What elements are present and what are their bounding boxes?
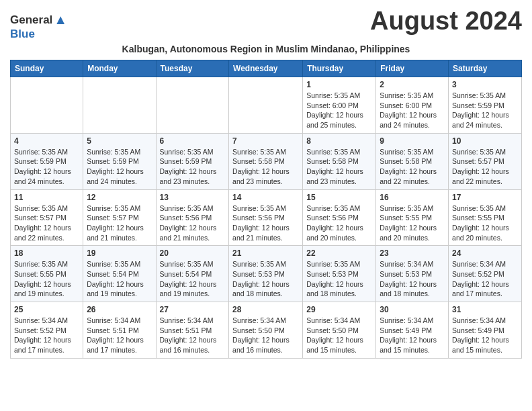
day-number: 26 [87, 305, 152, 314]
day-cell [83, 77, 156, 134]
day-number: 18 [14, 248, 79, 258]
day-cell: 7Sunrise: 5:35 AMSunset: 5:58 PMDaylight… [229, 133, 303, 189]
day-cell: 2Sunrise: 5:35 AMSunset: 6:00 PMDaylight… [376, 77, 449, 134]
day-cell [229, 77, 303, 134]
day-info: Sunrise: 5:35 AMSunset: 5:54 PMDaylight:… [160, 259, 226, 299]
day-info: Sunrise: 5:35 AMSunset: 5:55 PMDaylight:… [380, 203, 445, 243]
day-cell: 13Sunrise: 5:35 AMSunset: 5:56 PMDayligh… [156, 189, 229, 246]
day-info: Sunrise: 5:35 AMSunset: 6:00 PMDaylight:… [306, 91, 372, 130]
day-number: 28 [232, 305, 299, 314]
day-number: 23 [380, 248, 445, 258]
day-cell: 24Sunrise: 5:34 AMSunset: 5:52 PMDayligh… [449, 246, 522, 302]
day-number: 21 [232, 248, 299, 258]
day-number: 6 [160, 136, 226, 146]
week-row-3: 11Sunrise: 5:35 AMSunset: 5:57 PMDayligh… [11, 189, 522, 246]
day-info: Sunrise: 5:35 AMSunset: 5:59 PMDaylight:… [160, 147, 226, 187]
day-cell: 4Sunrise: 5:35 AMSunset: 5:59 PMDaylight… [11, 133, 83, 189]
month-title: August 2024 [370, 7, 522, 36]
day-cell: 23Sunrise: 5:34 AMSunset: 5:53 PMDayligh… [376, 246, 449, 302]
header-day-friday: Friday [376, 60, 449, 77]
day-info: Sunrise: 5:35 AMSunset: 5:56 PMDaylight:… [160, 203, 226, 243]
day-cell: 20Sunrise: 5:35 AMSunset: 5:54 PMDayligh… [156, 246, 229, 302]
day-cell: 11Sunrise: 5:35 AMSunset: 5:57 PMDayligh… [11, 189, 83, 246]
day-info: Sunrise: 5:35 AMSunset: 6:00 PMDaylight:… [380, 91, 445, 130]
day-cell: 29Sunrise: 5:34 AMSunset: 5:50 PMDayligh… [303, 302, 376, 359]
day-info: Sunrise: 5:34 AMSunset: 5:49 PMDaylight:… [452, 316, 518, 355]
day-info: Sunrise: 5:34 AMSunset: 5:51 PMDaylight:… [160, 316, 226, 355]
day-cell: 30Sunrise: 5:34 AMSunset: 5:49 PMDayligh… [376, 302, 449, 359]
day-info: Sunrise: 5:35 AMSunset: 5:59 PMDaylight:… [87, 147, 152, 187]
day-cell [156, 77, 229, 134]
day-cell: 14Sunrise: 5:35 AMSunset: 5:56 PMDayligh… [229, 189, 303, 246]
day-info: Sunrise: 5:35 AMSunset: 5:58 PMDaylight:… [306, 147, 372, 187]
week-row-1: 1Sunrise: 5:35 AMSunset: 6:00 PMDaylight… [11, 77, 522, 134]
day-number: 3 [452, 80, 518, 89]
day-number: 13 [160, 193, 226, 202]
day-cell: 6Sunrise: 5:35 AMSunset: 5:59 PMDaylight… [156, 133, 229, 189]
day-cell: 31Sunrise: 5:34 AMSunset: 5:49 PMDayligh… [449, 302, 522, 359]
header-day-tuesday: Tuesday [156, 60, 229, 77]
day-cell: 1Sunrise: 5:35 AMSunset: 6:00 PMDaylight… [303, 77, 376, 134]
day-number: 11 [14, 193, 79, 202]
day-number: 16 [380, 193, 445, 202]
day-info: Sunrise: 5:35 AMSunset: 5:57 PMDaylight:… [87, 203, 152, 243]
day-cell: 12Sunrise: 5:35 AMSunset: 5:57 PMDayligh… [83, 189, 156, 246]
day-number: 14 [232, 193, 299, 202]
day-number: 24 [452, 248, 518, 258]
day-number: 8 [306, 136, 372, 146]
day-cell: 10Sunrise: 5:35 AMSunset: 5:57 PMDayligh… [449, 133, 522, 189]
day-number: 19 [87, 248, 152, 258]
day-number: 9 [380, 136, 445, 146]
day-cell: 18Sunrise: 5:35 AMSunset: 5:55 PMDayligh… [11, 246, 83, 302]
day-cell: 9Sunrise: 5:35 AMSunset: 5:58 PMDaylight… [376, 133, 449, 189]
day-cell: 17Sunrise: 5:35 AMSunset: 5:55 PMDayligh… [449, 189, 522, 246]
day-cell: 5Sunrise: 5:35 AMSunset: 5:59 PMDaylight… [83, 133, 156, 189]
day-info: Sunrise: 5:35 AMSunset: 5:56 PMDaylight:… [306, 203, 372, 243]
day-info: Sunrise: 5:35 AMSunset: 5:57 PMDaylight:… [452, 147, 518, 187]
day-number: 1 [306, 80, 372, 89]
day-info: Sunrise: 5:34 AMSunset: 5:49 PMDaylight:… [380, 316, 445, 355]
calendar-table: SundayMondayTuesdayWednesdayThursdayFrid… [10, 60, 522, 359]
week-row-5: 25Sunrise: 5:34 AMSunset: 5:52 PMDayligh… [11, 302, 522, 359]
day-cell: 27Sunrise: 5:34 AMSunset: 5:51 PMDayligh… [156, 302, 229, 359]
logo-bird-icon: ▲ [54, 12, 67, 28]
day-info: Sunrise: 5:35 AMSunset: 5:59 PMDaylight:… [452, 91, 518, 130]
day-cell: 22Sunrise: 5:35 AMSunset: 5:53 PMDayligh… [303, 246, 376, 302]
day-number: 30 [380, 305, 445, 314]
header-day-monday: Monday [83, 60, 156, 77]
day-cell: 19Sunrise: 5:35 AMSunset: 5:54 PMDayligh… [83, 246, 156, 302]
day-info: Sunrise: 5:35 AMSunset: 5:55 PMDaylight:… [14, 259, 79, 299]
day-cell: 16Sunrise: 5:35 AMSunset: 5:55 PMDayligh… [376, 189, 449, 246]
header-row: SundayMondayTuesdayWednesdayThursdayFrid… [11, 60, 522, 77]
day-cell: 3Sunrise: 5:35 AMSunset: 5:59 PMDaylight… [449, 77, 522, 134]
logo-blue-text: Blue [10, 28, 35, 40]
header-day-saturday: Saturday [449, 60, 522, 77]
day-number: 15 [306, 193, 372, 202]
day-info: Sunrise: 5:35 AMSunset: 5:53 PMDaylight:… [306, 259, 372, 299]
day-number: 17 [452, 193, 518, 202]
header-day-sunday: Sunday [11, 60, 83, 77]
day-info: Sunrise: 5:34 AMSunset: 5:51 PMDaylight:… [87, 316, 152, 355]
day-cell: 26Sunrise: 5:34 AMSunset: 5:51 PMDayligh… [83, 302, 156, 359]
day-cell: 15Sunrise: 5:35 AMSunset: 5:56 PMDayligh… [303, 189, 376, 246]
day-cell: 28Sunrise: 5:34 AMSunset: 5:50 PMDayligh… [229, 302, 303, 359]
day-info: Sunrise: 5:34 AMSunset: 5:53 PMDaylight:… [380, 259, 445, 299]
logo: General ▲ Blue [10, 12, 67, 41]
day-cell: 8Sunrise: 5:35 AMSunset: 5:58 PMDaylight… [303, 133, 376, 189]
day-number: 31 [452, 305, 518, 314]
day-info: Sunrise: 5:35 AMSunset: 5:56 PMDaylight:… [232, 203, 299, 243]
day-info: Sunrise: 5:35 AMSunset: 5:58 PMDaylight:… [232, 147, 299, 187]
day-number: 27 [160, 305, 226, 314]
day-info: Sunrise: 5:35 AMSunset: 5:57 PMDaylight:… [14, 203, 79, 243]
day-info: Sunrise: 5:34 AMSunset: 5:50 PMDaylight:… [232, 316, 299, 355]
day-info: Sunrise: 5:35 AMSunset: 5:55 PMDaylight:… [452, 203, 518, 243]
day-info: Sunrise: 5:35 AMSunset: 5:59 PMDaylight:… [14, 147, 79, 187]
day-info: Sunrise: 5:34 AMSunset: 5:52 PMDaylight:… [14, 316, 79, 355]
day-info: Sunrise: 5:34 AMSunset: 5:52 PMDaylight:… [452, 259, 518, 299]
day-number: 29 [306, 305, 372, 314]
day-number: 12 [87, 193, 152, 202]
day-number: 7 [232, 136, 299, 146]
week-row-2: 4Sunrise: 5:35 AMSunset: 5:59 PMDaylight… [11, 133, 522, 189]
day-cell: 21Sunrise: 5:35 AMSunset: 5:53 PMDayligh… [229, 246, 303, 302]
day-info: Sunrise: 5:35 AMSunset: 5:54 PMDaylight:… [87, 259, 152, 299]
